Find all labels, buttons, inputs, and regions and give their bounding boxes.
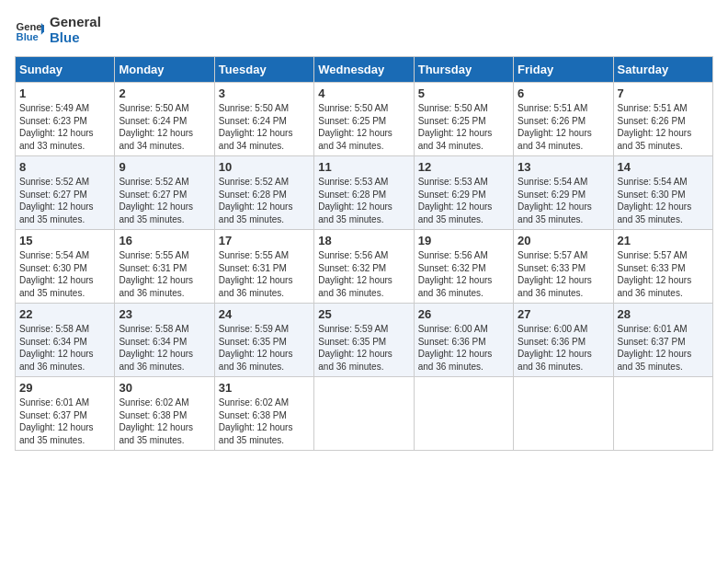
day-number: 3 — [219, 86, 310, 100]
calendar-cell — [314, 377, 414, 451]
weekday-header-thursday: Thursday — [414, 57, 513, 83]
day-number: 30 — [119, 381, 210, 395]
day-info: Sunrise: 5:50 AMSunset: 6:25 PMDaylight:… — [318, 102, 409, 152]
day-info: Sunrise: 5:54 AMSunset: 6:30 PMDaylight:… — [19, 249, 110, 299]
calendar-cell: 11 Sunrise: 5:53 AMSunset: 6:28 PMDaylig… — [314, 156, 414, 230]
calendar-week-row: 22 Sunrise: 5:58 AMSunset: 6:34 PMDaylig… — [16, 304, 713, 377]
calendar-cell: 24 Sunrise: 5:59 AMSunset: 6:35 PMDaylig… — [214, 304, 313, 377]
day-number: 28 — [618, 307, 709, 321]
day-number: 2 — [119, 86, 210, 100]
day-info: Sunrise: 5:56 AMSunset: 6:32 PMDaylight:… — [318, 249, 409, 299]
calendar-cell: 14 Sunrise: 5:54 AMSunset: 6:30 PMDaylig… — [613, 156, 712, 230]
day-info: Sunrise: 5:59 AMSunset: 6:35 PMDaylight:… — [318, 323, 409, 373]
day-number: 16 — [119, 234, 210, 247]
svg-text:General: General — [17, 21, 44, 32]
day-number: 4 — [318, 86, 409, 100]
day-info: Sunrise: 6:02 AMSunset: 6:38 PMDaylight:… — [219, 396, 310, 446]
day-number: 1 — [19, 86, 110, 100]
day-number: 14 — [618, 160, 709, 174]
calendar-cell: 5 Sunrise: 5:50 AMSunset: 6:25 PMDayligh… — [414, 83, 513, 156]
calendar-cell: 13 Sunrise: 5:54 AMSunset: 6:29 PMDaylig… — [514, 156, 613, 230]
day-info: Sunrise: 5:50 AMSunset: 6:24 PMDaylight:… — [219, 102, 310, 152]
day-info: Sunrise: 6:01 AMSunset: 6:37 PMDaylight:… — [19, 396, 110, 446]
weekday-header-friday: Friday — [514, 57, 613, 83]
day-info: Sunrise: 5:53 AMSunset: 6:28 PMDaylight:… — [318, 176, 409, 225]
day-info: Sunrise: 5:54 AMSunset: 6:30 PMDaylight:… — [618, 176, 709, 225]
day-info: Sunrise: 5:58 AMSunset: 6:34 PMDaylight:… — [19, 323, 110, 373]
day-info: Sunrise: 5:57 AMSunset: 6:33 PMDaylight:… — [618, 249, 709, 299]
calendar-cell: 16 Sunrise: 5:55 AMSunset: 6:31 PMDaylig… — [115, 230, 214, 304]
calendar-cell — [514, 377, 613, 451]
day-number: 31 — [219, 381, 310, 395]
calendar-cell: 28 Sunrise: 6:01 AMSunset: 6:37 PMDaylig… — [613, 304, 712, 377]
day-number: 20 — [518, 234, 609, 247]
day-info: Sunrise: 5:55 AMSunset: 6:31 PMDaylight:… — [219, 249, 310, 299]
calendar-cell: 1 Sunrise: 5:49 AMSunset: 6:23 PMDayligh… — [16, 83, 115, 156]
day-number: 21 — [618, 234, 709, 247]
calendar-cell: 15 Sunrise: 5:54 AMSunset: 6:30 PMDaylig… — [16, 230, 115, 304]
calendar-cell — [414, 377, 513, 451]
calendar-cell: 19 Sunrise: 5:56 AMSunset: 6:32 PMDaylig… — [414, 230, 513, 304]
calendar-header-row: SundayMondayTuesdayWednesdayThursdayFrid… — [16, 57, 713, 83]
day-number: 26 — [418, 307, 509, 321]
day-number: 18 — [318, 234, 409, 247]
day-info: Sunrise: 5:56 AMSunset: 6:32 PMDaylight:… — [418, 249, 509, 299]
calendar-week-row: 29 Sunrise: 6:01 AMSunset: 6:37 PMDaylig… — [16, 377, 713, 451]
logo: General Blue General Blue — [15, 15, 101, 45]
day-number: 29 — [19, 381, 110, 395]
day-number: 11 — [318, 160, 409, 174]
calendar-body: 1 Sunrise: 5:49 AMSunset: 6:23 PMDayligh… — [16, 83, 713, 451]
logo-general: General — [50, 15, 101, 30]
calendar-cell: 31 Sunrise: 6:02 AMSunset: 6:38 PMDaylig… — [214, 377, 313, 451]
day-info: Sunrise: 5:59 AMSunset: 6:35 PMDaylight:… — [219, 323, 310, 373]
day-number: 15 — [19, 234, 110, 247]
calendar-cell: 10 Sunrise: 5:52 AMSunset: 6:28 PMDaylig… — [214, 156, 313, 230]
header: General Blue General Blue — [15, 15, 713, 45]
day-info: Sunrise: 5:58 AMSunset: 6:34 PMDaylight:… — [119, 323, 210, 373]
weekday-header-wednesday: Wednesday — [314, 57, 414, 83]
weekday-header-sunday: Sunday — [16, 57, 115, 83]
logo-blue: Blue — [50, 30, 101, 46]
day-info: Sunrise: 5:50 AMSunset: 6:24 PMDaylight:… — [119, 102, 210, 152]
day-number: 10 — [219, 160, 310, 174]
svg-text:Blue: Blue — [17, 31, 39, 42]
day-info: Sunrise: 5:53 AMSunset: 6:29 PMDaylight:… — [418, 176, 509, 225]
calendar-week-row: 1 Sunrise: 5:49 AMSunset: 6:23 PMDayligh… — [16, 83, 713, 156]
day-info: Sunrise: 5:55 AMSunset: 6:31 PMDaylight:… — [119, 249, 210, 299]
day-info: Sunrise: 5:49 AMSunset: 6:23 PMDaylight:… — [19, 102, 110, 152]
calendar-cell: 8 Sunrise: 5:52 AMSunset: 6:27 PMDayligh… — [16, 156, 115, 230]
day-number: 24 — [219, 307, 310, 321]
day-number: 17 — [219, 234, 310, 247]
weekday-header-saturday: Saturday — [613, 57, 712, 83]
calendar-cell: 2 Sunrise: 5:50 AMSunset: 6:24 PMDayligh… — [115, 83, 214, 156]
calendar-week-row: 8 Sunrise: 5:52 AMSunset: 6:27 PMDayligh… — [16, 156, 713, 230]
day-info: Sunrise: 5:52 AMSunset: 6:27 PMDaylight:… — [119, 176, 210, 225]
calendar-cell: 3 Sunrise: 5:50 AMSunset: 6:24 PMDayligh… — [214, 83, 313, 156]
calendar-cell: 29 Sunrise: 6:01 AMSunset: 6:37 PMDaylig… — [16, 377, 115, 451]
day-number: 7 — [618, 86, 709, 100]
day-number: 27 — [518, 307, 609, 321]
day-number: 5 — [418, 86, 509, 100]
calendar-cell: 4 Sunrise: 5:50 AMSunset: 6:25 PMDayligh… — [314, 83, 414, 156]
calendar-cell: 9 Sunrise: 5:52 AMSunset: 6:27 PMDayligh… — [115, 156, 214, 230]
day-number: 22 — [19, 307, 110, 321]
calendar-cell — [613, 377, 712, 451]
calendar-cell: 25 Sunrise: 5:59 AMSunset: 6:35 PMDaylig… — [314, 304, 414, 377]
day-info: Sunrise: 5:51 AMSunset: 6:26 PMDaylight:… — [518, 102, 609, 152]
day-info: Sunrise: 5:57 AMSunset: 6:33 PMDaylight:… — [518, 249, 609, 299]
day-info: Sunrise: 6:02 AMSunset: 6:38 PMDaylight:… — [119, 396, 210, 446]
day-info: Sunrise: 5:52 AMSunset: 6:28 PMDaylight:… — [219, 176, 310, 225]
calendar-cell: 22 Sunrise: 5:58 AMSunset: 6:34 PMDaylig… — [16, 304, 115, 377]
calendar-table: SundayMondayTuesdayWednesdayThursdayFrid… — [15, 56, 713, 451]
day-number: 19 — [418, 234, 509, 247]
day-number: 9 — [119, 160, 210, 174]
calendar-cell: 12 Sunrise: 5:53 AMSunset: 6:29 PMDaylig… — [414, 156, 513, 230]
day-number: 25 — [318, 307, 409, 321]
calendar-cell: 26 Sunrise: 6:00 AMSunset: 6:36 PMDaylig… — [414, 304, 513, 377]
day-number: 12 — [418, 160, 509, 174]
weekday-header-tuesday: Tuesday — [214, 57, 313, 83]
weekday-header-monday: Monday — [115, 57, 214, 83]
day-info: Sunrise: 6:00 AMSunset: 6:36 PMDaylight:… — [518, 323, 609, 373]
day-info: Sunrise: 5:51 AMSunset: 6:26 PMDaylight:… — [618, 102, 709, 152]
day-number: 8 — [19, 160, 110, 174]
